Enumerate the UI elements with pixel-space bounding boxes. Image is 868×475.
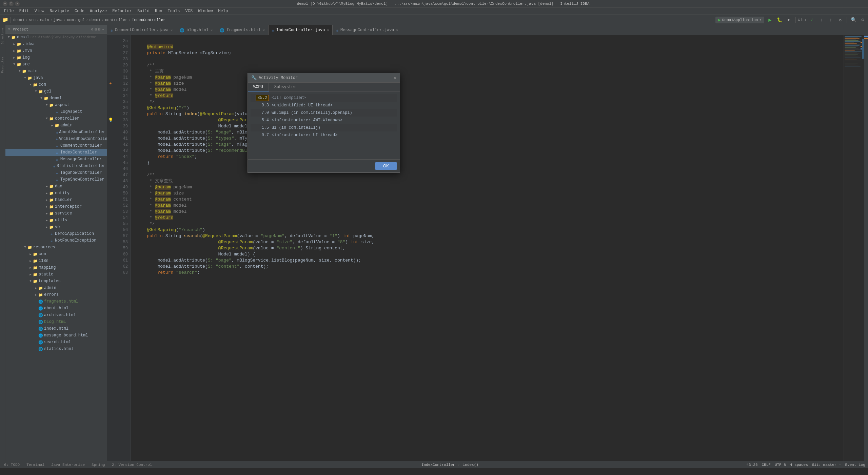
tab-close-IndexController[interactable]: ✕: [327, 28, 329, 32]
tree-blog-html[interactable]: 🌐 blog.html: [5, 318, 107, 325]
git-update[interactable]: ↓: [817, 16, 825, 24]
tree-idea[interactable]: ▶ 📁 .idea: [5, 41, 107, 47]
menu-edit[interactable]: Edit: [17, 7, 32, 15]
tree-log[interactable]: ▶ 📁 log: [5, 54, 107, 61]
tab-terminal[interactable]: Terminal: [25, 463, 46, 467]
tree-demo1-pkg[interactable]: ▼ 📁 demo1: [5, 95, 107, 102]
tree-main[interactable]: ▼ 📁 main: [5, 68, 107, 75]
minimize-button[interactable]: —: [3, 1, 7, 6]
menu-code[interactable]: Code: [72, 7, 87, 15]
close-button[interactable]: ✕: [15, 1, 20, 6]
tree-src[interactable]: ▼ 📁 src: [5, 61, 107, 68]
tree-CommentController[interactable]: ☕ CommentController: [5, 142, 107, 149]
tab-close-MessageController[interactable]: ✕: [396, 28, 398, 32]
tree-TagShowController[interactable]: ☕ TagShowController: [5, 169, 107, 176]
dialog-tab-subsystem[interactable]: Subsystem: [269, 83, 302, 91]
tree-java[interactable]: ▼ 📁 java: [5, 75, 107, 81]
tree-aspect[interactable]: ▼ 📁 aspect: [5, 102, 107, 108]
tab-java-enterprise[interactable]: Java Enterprise: [50, 463, 86, 467]
git-checkmark[interactable]: ✓: [808, 16, 815, 24]
tree-item-demo1[interactable]: ▼ 📁 demo1 D:\Github\个\MyBlog-MyBatis\dem…: [5, 34, 107, 41]
menu-window[interactable]: Window: [195, 7, 215, 15]
tree-com[interactable]: ▼ 📁 com: [5, 81, 107, 88]
tree-MessageController[interactable]: ☕ MessageController: [5, 156, 107, 163]
tree-about-html[interactable]: 🌐 about.html: [5, 305, 107, 312]
tree-utils[interactable]: ▶ 📁 utils: [5, 217, 107, 224]
run-button[interactable]: ▶: [766, 16, 774, 24]
favorites-label[interactable]: Favorites: [0, 54, 5, 76]
tree-statics-html[interactable]: 🌐 statics.html: [5, 346, 107, 352]
menu-view[interactable]: View: [32, 7, 47, 15]
project-expand-icon[interactable]: ⊞: [95, 27, 97, 32]
tab-spring[interactable]: Spring: [90, 463, 106, 467]
project-settings-icon[interactable]: ⋯: [102, 27, 104, 32]
debug-button[interactable]: 🐛: [776, 16, 783, 24]
tab-version-control[interactable]: 2: Version Control: [111, 463, 154, 467]
tree-controller[interactable]: ▼ 📁 controller: [5, 115, 107, 122]
tree-t-errors[interactable]: ▶ 📁 errors: [5, 291, 107, 298]
tab-todo[interactable]: 6: TODO: [3, 463, 21, 467]
git-btn[interactable]: Git:: [798, 16, 806, 24]
menu-build[interactable]: Build: [135, 7, 152, 15]
tree-dao[interactable]: ▶ 📁 dao: [5, 183, 107, 190]
tree-Demo1Application[interactable]: ☕ Demo1Application: [5, 230, 107, 237]
tree-IndexController[interactable]: ☕ IndexController: [5, 149, 107, 156]
tab-blog[interactable]: 🌐 blog.html ✕: [176, 25, 216, 35]
tree-TypeShowController[interactable]: ☕ TypeShowController: [5, 176, 107, 183]
tree-res-com[interactable]: ▶ 📁 com: [5, 251, 107, 257]
menu-refactor[interactable]: Refactor: [110, 7, 135, 15]
tree-mapping[interactable]: ▶ 📁 mapping: [5, 264, 107, 271]
tree-LogAspect[interactable]: ☕ LogAspect: [5, 108, 107, 115]
tree-gcl[interactable]: ▼ 📁 gcl: [5, 88, 107, 95]
tree-mvn[interactable]: ▶ 📁 .mvn: [5, 47, 107, 54]
tree-resources[interactable]: ▼ 📁 resources: [5, 244, 107, 251]
tree-search-html[interactable]: 🌐 search.html: [5, 339, 107, 346]
search-everywhere-btn[interactable]: 🔍: [850, 16, 857, 24]
structure-label[interactable]: Structure: [0, 25, 5, 47]
tab-MessageController[interactable]: ☕ MessageController.java ✕: [333, 25, 402, 35]
menu-help[interactable]: Help: [215, 7, 231, 15]
tree-NotFoundException[interactable]: ☕ NotFoundException: [5, 237, 107, 244]
tree-handler[interactable]: ▶ 📁 handler: [5, 197, 107, 203]
tree-StatisticsController[interactable]: ☕ StatisticsController: [5, 163, 107, 169]
dialog-tab-cpu[interactable]: %CPU: [248, 83, 269, 91]
tree-i18n[interactable]: ▶ 📁 i18n: [5, 257, 107, 264]
menu-vcs[interactable]: VCS: [183, 7, 196, 15]
code-content[interactable]: @Autowired private MTagService mTagServi…: [131, 35, 844, 461]
tree-interceptor[interactable]: ▶ 📁 interceptor: [5, 203, 107, 210]
tab-close-fragments[interactable]: ✕: [263, 28, 265, 32]
menu-navigate[interactable]: Navigate: [47, 7, 72, 15]
settings-btn[interactable]: ⚙: [859, 16, 867, 24]
menu-analyze[interactable]: Analyze: [87, 7, 110, 15]
tree-fragments-html[interactable]: 🌐 fragments.html: [5, 298, 107, 305]
tab-IndexController[interactable]: ☕ IndexController.java ✕: [269, 25, 333, 35]
tab-close-blog[interactable]: ✕: [211, 28, 213, 32]
tree-static[interactable]: ▶ 📁 static: [5, 271, 107, 278]
menu-file[interactable]: File: [1, 7, 17, 15]
tree-ArchiveShowController[interactable]: ☕ ArchiveShowController: [5, 136, 107, 142]
event-log[interactable]: Event Log: [845, 463, 865, 467]
tree-service[interactable]: ▶ 📁 service: [5, 210, 107, 217]
tree-admin-folder[interactable]: ▶ 📁 admin: [5, 122, 107, 129]
tree-templates[interactable]: ▼ 📁 templates: [5, 278, 107, 285]
tree-AboutShowController[interactable]: ☕ AboutShowController: [5, 129, 107, 136]
toolbar-project-btn[interactable]: 📁: [1, 16, 9, 24]
tree-t-admin[interactable]: ▶ 📁 admin: [5, 285, 107, 291]
tab-fragments[interactable]: 🌐 fragments.html ✕: [216, 25, 269, 35]
menu-tools[interactable]: Tools: [165, 7, 183, 15]
tab-close-CommentController[interactable]: ✕: [171, 28, 173, 32]
tree-index-html[interactable]: 🌐 index.html: [5, 325, 107, 332]
tab-CommentController[interactable]: ☕ CommentController.java ✕: [107, 25, 176, 35]
project-gear-icon[interactable]: ⚙: [91, 27, 94, 32]
tree-vo[interactable]: ▶ 📁 vo: [5, 224, 107, 230]
dialog-close-button[interactable]: ✕: [394, 75, 396, 81]
run-config-button[interactable]: ▶ Demo1Application ▾: [715, 17, 764, 23]
git-revert[interactable]: ↺: [836, 16, 844, 24]
ok-button[interactable]: OK: [375, 162, 397, 170]
tree-entity[interactable]: ▶ 📁 entity: [5, 190, 107, 197]
tree-archives-html[interactable]: 🌐 archives.html: [5, 312, 107, 318]
coverage-button[interactable]: ▶: [785, 16, 793, 24]
git-push[interactable]: ↑: [827, 16, 834, 24]
project-collapse-icon[interactable]: ⊟: [98, 27, 101, 32]
tree-message-board-html[interactable]: 🌐 message_board.html: [5, 332, 107, 339]
